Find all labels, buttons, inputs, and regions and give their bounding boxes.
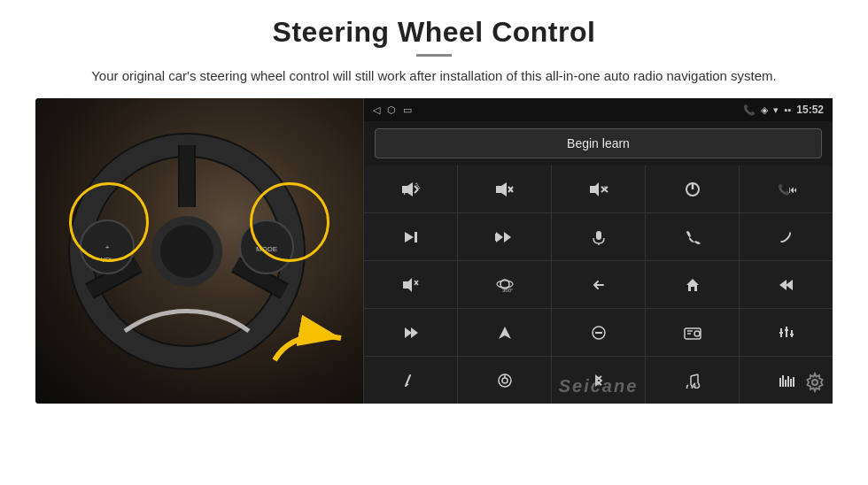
edit-button[interactable] [364, 357, 457, 404]
svg-text:MODE: MODE [256, 245, 277, 253]
battery-icon: ▪▪ [784, 104, 791, 115]
power-button[interactable] [646, 166, 739, 212]
navigation-button[interactable] [458, 309, 551, 356]
home-nav-button[interactable] [646, 261, 739, 308]
svg-rect-53 [685, 328, 701, 339]
phone-status-icon: 📞 [743, 104, 756, 116]
menu-circle-button[interactable] [458, 357, 551, 404]
svg-point-66 [502, 378, 508, 383]
svg-marker-35 [504, 232, 511, 242]
status-bar-right: 📞 ◈ ▾ ▪▪ 15:52 [743, 104, 824, 116]
svg-marker-49 [411, 327, 418, 338]
rewind-button[interactable] [740, 261, 833, 308]
svg-point-78 [812, 380, 818, 385]
svg-rect-76 [790, 379, 792, 387]
svg-line-69 [691, 374, 698, 376]
mute-button[interactable]: × [552, 166, 645, 212]
mic-button[interactable] [552, 213, 645, 260]
status-bar: ◁ ⬡ ▭ 📞 ◈ ▾ ▪▪ 15:52 [364, 98, 833, 121]
controls-grid: + × 📞⏮ [364, 166, 833, 404]
music-button[interactable]: ⚙ [646, 357, 739, 404]
begin-learn-row: Begin learn [364, 121, 833, 166]
next-track-button[interactable] [364, 213, 457, 260]
svg-rect-62 [790, 334, 794, 335]
svg-rect-72 [779, 378, 781, 387]
bluetooth-button[interactable] [552, 357, 645, 404]
equalizer-button[interactable] [740, 309, 833, 356]
fast-forward-button[interactable] [458, 213, 551, 260]
svg-marker-45 [686, 279, 699, 291]
page-container: Steering Wheel Control Your original car… [0, 0, 868, 485]
svg-text:×: × [603, 184, 607, 190]
svg-rect-73 [782, 375, 784, 387]
svg-text:+: + [402, 189, 407, 197]
end-call-button[interactable] [740, 213, 833, 260]
svg-line-18 [415, 189, 418, 193]
phone-call-button[interactable] [646, 213, 739, 260]
clock: 15:52 [796, 104, 824, 116]
svg-marker-50 [499, 327, 511, 339]
svg-text:⏮: ⏮ [788, 184, 796, 195]
svg-marker-48 [405, 327, 412, 338]
svg-marker-32 [405, 232, 414, 242]
svg-text:360°: 360° [502, 288, 514, 293]
svg-marker-21 [496, 182, 507, 196]
svg-point-54 [694, 331, 700, 336]
vol-up-button[interactable]: + [364, 166, 457, 212]
svg-rect-77 [793, 377, 794, 387]
vol-down-button[interactable] [458, 166, 551, 212]
location-status-icon: ◈ [761, 104, 768, 116]
svg-point-9 [160, 225, 213, 278]
svg-rect-58 [779, 332, 783, 334]
svg-marker-46 [786, 280, 793, 290]
svg-line-17 [415, 186, 418, 189]
svg-rect-37 [596, 231, 601, 240]
svg-marker-47 [779, 280, 787, 290]
arrow-overlay [266, 312, 354, 377]
page-subtitle: Your original car's steering wheel contr… [91, 65, 777, 86]
skip-forward-button[interactable] [364, 309, 457, 356]
begin-learn-button[interactable]: Begin learn [375, 128, 822, 158]
wifi-status-icon: ▾ [773, 104, 779, 116]
back-nav-button[interactable] [552, 261, 645, 308]
title-divider [416, 54, 452, 57]
svg-point-43 [497, 281, 513, 288]
svg-rect-75 [787, 376, 789, 387]
svg-rect-33 [415, 232, 417, 242]
recents-icon[interactable]: ▭ [403, 104, 412, 116]
radio-button[interactable] [646, 309, 739, 356]
steering-wheel-panel: + VOL MODE [35, 98, 363, 404]
eject-button[interactable] [552, 309, 645, 356]
home-circle-icon[interactable]: ⬡ [387, 104, 396, 116]
svg-text:+: + [105, 243, 110, 251]
svg-rect-74 [785, 380, 787, 387]
svg-marker-24 [590, 182, 599, 196]
steering-wheel-bg: + VOL MODE [35, 98, 363, 404]
back-icon[interactable]: ◁ [373, 104, 380, 116]
gear-settings-icon[interactable] [804, 372, 825, 398]
content-row: + VOL MODE [35, 98, 833, 404]
svg-text:VOL: VOL [101, 257, 113, 263]
svg-text:⚙: ⚙ [692, 383, 696, 389]
svg-marker-34 [496, 232, 503, 242]
android-panel: ◁ ⬡ ▭ 📞 ◈ ▾ ▪▪ 15:52 Begin learn [363, 98, 833, 404]
svg-marker-39 [403, 278, 412, 292]
svg-rect-60 [785, 329, 788, 331]
page-title: Steering Wheel Control [273, 16, 596, 49]
camera-360-button[interactable]: 360° [458, 261, 551, 308]
status-bar-left: ◁ ⬡ ▭ [373, 104, 412, 116]
call-prev-button[interactable]: 📞⏮ [740, 166, 833, 212]
speaker-button[interactable] [364, 261, 457, 308]
